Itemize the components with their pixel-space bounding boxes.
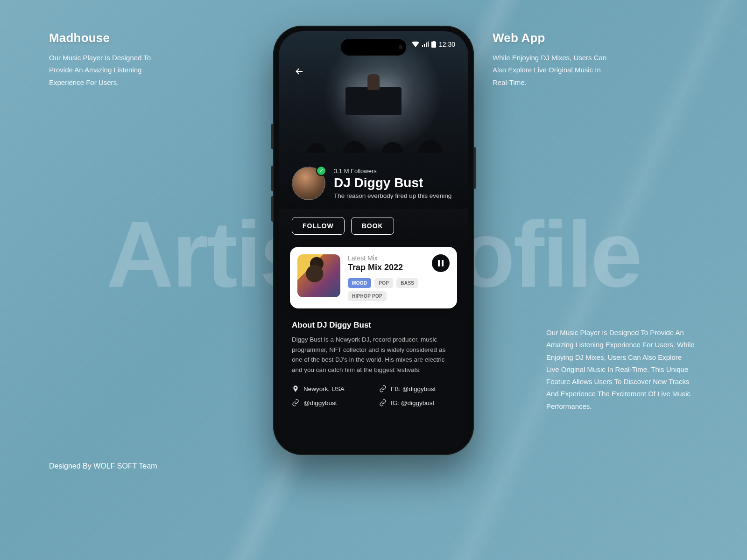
signal-icon bbox=[422, 42, 429, 47]
pause-button[interactable] bbox=[432, 254, 450, 272]
link-instagram[interactable]: IG: @diggybust bbox=[379, 399, 455, 406]
link-icon bbox=[379, 385, 387, 392]
link-handle-text: @diggybust bbox=[303, 399, 337, 406]
check-icon bbox=[318, 168, 324, 174]
link-facebook[interactable]: FB: @diggybust bbox=[379, 385, 455, 392]
link-instagram-text: IG: @diggybust bbox=[391, 399, 434, 406]
link-facebook-text: FB: @diggybust bbox=[391, 385, 436, 392]
followers-count: 3.1 M Followers bbox=[334, 168, 451, 175]
about-heading: About DJ Diggy Bust bbox=[292, 321, 455, 330]
phone-screen: 12:30 3.1 M Followers DJ Diggy Bust bbox=[279, 31, 468, 449]
pause-icon bbox=[438, 260, 444, 266]
verified-badge bbox=[316, 166, 326, 176]
artist-name: DJ Diggy Bust bbox=[334, 175, 451, 190]
mix-tags: MOOD POP BASS HIPHOP POP bbox=[348, 278, 450, 301]
blurb-right-title: Web App bbox=[493, 31, 614, 45]
blurb-left-body: Our Music Player Is Designed To Provide … bbox=[49, 52, 170, 89]
artist-header: 3.1 M Followers DJ Diggy Bust The reason… bbox=[292, 167, 455, 200]
book-button[interactable]: BOOK bbox=[351, 217, 394, 235]
tag-mood[interactable]: MOOD bbox=[348, 278, 371, 288]
back-button[interactable] bbox=[292, 64, 307, 79]
blurb-right-bottom: Our Music Player Is Designed To Provide … bbox=[546, 327, 696, 413]
action-bar: FOLLOW BOOK bbox=[279, 209, 468, 244]
battery-icon bbox=[431, 41, 436, 48]
link-location[interactable]: Newyork, USA bbox=[292, 385, 368, 392]
about-section: About DJ Diggy Bust Diggy Bust is a Newy… bbox=[279, 308, 468, 378]
phone-frame: 12:30 3.1 M Followers DJ Diggy Bust bbox=[273, 26, 474, 455]
artist-hero: 3.1 M Followers DJ Diggy Bust The reason… bbox=[279, 31, 468, 209]
mix-cover-art bbox=[297, 254, 340, 297]
tag-bass[interactable]: BASS bbox=[396, 278, 418, 288]
link-icon bbox=[379, 399, 387, 406]
artist-links: Newyork, USA FB: @diggybust @diggybust I… bbox=[279, 378, 468, 420]
designer-credit: Designed By WOLF SOFT Team bbox=[49, 462, 157, 470]
stage-graphic bbox=[345, 87, 402, 115]
tag-hiphop-pop[interactable]: HIPHOP POP bbox=[348, 291, 387, 301]
blurb-right-top: Web App While Enjoying DJ Mixes, Users C… bbox=[493, 31, 614, 89]
latest-mix-card[interactable]: Latest Mix Trap Mix 2022 MOOD POP BASS H… bbox=[290, 247, 457, 308]
status-time: 12:30 bbox=[439, 41, 455, 48]
tag-pop[interactable]: POP bbox=[374, 278, 393, 288]
arrow-left-icon bbox=[294, 66, 304, 77]
front-camera-icon bbox=[398, 44, 403, 50]
link-icon bbox=[292, 399, 299, 406]
blurb-right-bottom-body: Our Music Player Is Designed To Provide … bbox=[546, 327, 696, 413]
artist-tagline: The reason everbody fired up this evenin… bbox=[334, 192, 451, 199]
link-handle[interactable]: @diggybust bbox=[292, 399, 368, 406]
blurb-left-title: Madhouse bbox=[49, 31, 170, 45]
artist-header-text: 3.1 M Followers DJ Diggy Bust The reason… bbox=[334, 168, 451, 199]
location-pin-icon bbox=[292, 385, 299, 392]
blurb-left: Madhouse Our Music Player Is Designed To… bbox=[49, 31, 170, 89]
avatar-wrap[interactable] bbox=[292, 167, 325, 200]
follow-button[interactable]: FOLLOW bbox=[292, 217, 345, 235]
dj-silhouette bbox=[367, 74, 380, 90]
link-location-text: Newyork, USA bbox=[303, 385, 345, 392]
about-body: Diggy Bust is a Newyork DJ, record produ… bbox=[292, 335, 455, 375]
blurb-right-body: While Enjoying DJ Mixes, Users Can Also … bbox=[493, 52, 614, 89]
wifi-icon bbox=[412, 42, 419, 47]
dynamic-island bbox=[341, 39, 406, 56]
